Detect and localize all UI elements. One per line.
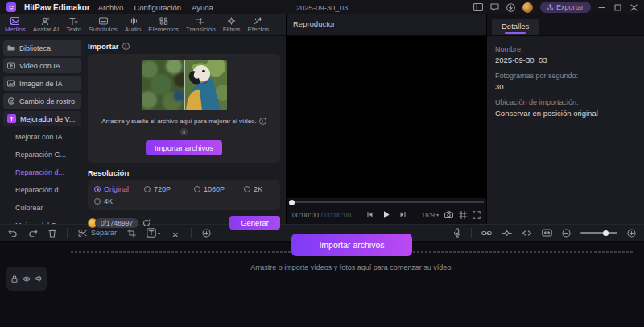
undo-icon[interactable]	[8, 229, 18, 237]
mute-track-icon[interactable]	[35, 275, 43, 282]
detail-label-nombre: Nombre:	[495, 45, 636, 53]
voiceover-mic-icon[interactable]	[453, 228, 461, 238]
sidebar-item-biblioteca[interactable]: Biblioteca	[3, 40, 81, 56]
detail-value-fps: 30	[495, 82, 636, 91]
folder-icon	[7, 44, 15, 52]
marker-icon[interactable]	[202, 229, 211, 238]
tab-avatar-ai[interactable]: Avatar AI	[31, 17, 60, 33]
download-icon[interactable]	[506, 3, 515, 12]
zoom-out-icon[interactable]	[562, 229, 571, 238]
zoom-in-icon[interactable]	[627, 229, 636, 238]
fullscreen-icon[interactable]	[473, 211, 481, 219]
crop-frame-icon[interactable]	[459, 211, 467, 219]
close-button[interactable]	[630, 4, 638, 11]
detail-label-ubicacion: Ubicación de importación:	[495, 98, 636, 106]
split-scissors-icon[interactable]	[78, 229, 87, 238]
tab-subtitulos[interactable]: Subtítulos	[87, 17, 119, 33]
layout-panels-icon[interactable]	[473, 3, 483, 11]
toggle-visibility-icon[interactable]	[23, 276, 31, 282]
detail-value-nombre: 2025-09-30_03	[495, 56, 636, 64]
sidebar-item-video-con-ia[interactable]: Video con IA.	[3, 58, 81, 73]
previous-frame-button[interactable]	[366, 211, 374, 218]
sidebar-item-cambio-de-rostro[interactable]: Cambio de rostro	[3, 93, 81, 109]
timeline-import-button[interactable]: Importar archivos	[291, 234, 411, 256]
mirror-flip-icon[interactable]	[522, 230, 532, 237]
tab-elementos[interactable]: Elementos	[147, 17, 180, 33]
ai-image-icon	[7, 80, 15, 87]
timeline-drop-zone[interactable]: Importar archivos Arrastre o importe víd…	[71, 251, 633, 253]
generate-button[interactable]: Generar	[229, 216, 280, 230]
tab-audio[interactable]: Audio	[123, 17, 142, 33]
menu-archivo[interactable]: Archivo	[98, 3, 124, 12]
subtitles-icon	[99, 17, 108, 25]
play-button[interactable]	[382, 210, 390, 219]
effects-icon	[254, 17, 262, 25]
lock-track-icon[interactable]	[11, 275, 18, 283]
sidebar-sub-mejora-del-c[interactable]: Mejora del C...	[3, 217, 81, 224]
split-label[interactable]: Separar	[91, 229, 117, 237]
media-panel: Medios Avatar AI Texto Subtítulos Audio …	[0, 14, 287, 224]
sidebar-sub-colorear[interactable]: Colorear	[3, 200, 81, 215]
main-area: Medios Avatar AI Texto Subtítulos Audio …	[0, 14, 644, 224]
tab-efectos[interactable]: Efectos	[246, 17, 270, 33]
keyframe-icon[interactable]	[502, 230, 512, 237]
link-icon[interactable]	[481, 230, 492, 237]
maximize-button[interactable]	[614, 4, 621, 11]
refresh-icon[interactable]	[142, 219, 151, 227]
drop-hint-text: Arrastre y suelte el archivo aquí para m…	[101, 118, 257, 125]
snapshot-camera-icon[interactable]	[444, 211, 453, 218]
tab-filtros[interactable]: Filtros	[221, 17, 242, 33]
delete-icon[interactable]	[48, 229, 56, 238]
radio-2k[interactable]: 2K	[244, 185, 262, 193]
drop-info-icon[interactable]: i	[259, 118, 266, 125]
tab-medios[interactable]: Medios	[3, 17, 27, 33]
fit-timeline-icon[interactable]	[542, 229, 552, 237]
zoom-slider-knob[interactable]	[603, 230, 609, 236]
radio-4k[interactable]: 4K	[94, 197, 144, 205]
feedback-bubble-icon[interactable]	[490, 3, 499, 11]
app-logo-icon	[6, 2, 16, 12]
redo-icon[interactable]	[28, 229, 38, 237]
info-icon[interactable]: i	[122, 43, 130, 50]
menu-ayuda[interactable]: Ayuda	[192, 3, 213, 12]
tab-detalles[interactable]: Detalles	[492, 19, 539, 35]
filters-icon	[227, 17, 236, 25]
timeline-zoom-slider[interactable]	[580, 232, 617, 234]
titlebar: HitPaw Edimakor Archivo Configuración Ay…	[0, 0, 644, 14]
import-files-button[interactable]: Importar archivos	[146, 140, 222, 155]
import-drop-area[interactable]: Arrastre y suelte el archivo aquí para m…	[88, 54, 280, 163]
menu-configuracion[interactable]: Configuración	[134, 3, 181, 12]
playhead-knob[interactable]	[289, 200, 295, 205]
menu-bar: Archivo Configuración Ayuda	[98, 3, 213, 12]
sidebar-sub-reparacion-d-2[interactable]: Reparación d...	[3, 182, 81, 197]
export-button[interactable]: Exportar	[540, 2, 591, 13]
seek-bar[interactable]	[287, 198, 486, 205]
radio-1080p[interactable]: 1080P	[194, 185, 244, 193]
delete-gaps-icon[interactable]	[171, 229, 180, 237]
sidebar-sub-reparacion-d-1[interactable]: Reparación d...	[3, 164, 81, 180]
player-panel: Reproductor 00:00:00 / 00:00:00 16:9▾	[287, 14, 487, 224]
video-preview[interactable]	[287, 36, 486, 198]
sidebar-sub-mejorar-con-ia[interactable]: Mejorar con IA	[3, 129, 81, 144]
radio-original[interactable]: Original	[94, 185, 144, 193]
media-tabs: Medios Avatar AI Texto Subtítulos Audio …	[0, 14, 286, 36]
track-controls	[6, 267, 47, 291]
text-tool-button[interactable]: ▾	[147, 228, 160, 238]
sidebar-item-mejorador-de-video[interactable]: Mejorador de V...	[3, 111, 81, 126]
minimize-button[interactable]	[598, 4, 605, 11]
user-avatar[interactable]	[522, 2, 533, 13]
import-section-title: Importar	[88, 42, 119, 51]
settings-dot-icon[interactable]: ●	[180, 128, 188, 135]
tab-transicion[interactable]: Transición	[184, 17, 217, 33]
tab-texto[interactable]: Texto	[64, 17, 83, 33]
next-frame-button[interactable]	[399, 211, 407, 218]
crop-icon[interactable]	[127, 229, 136, 238]
radio-720p[interactable]: 720P	[144, 185, 194, 193]
project-title: 2025-09-30_03	[296, 3, 348, 12]
sidebar-item-imagen-de-ia[interactable]: Imagen de IA	[3, 76, 81, 91]
avatar-icon	[41, 17, 50, 25]
face-swap-icon	[7, 97, 15, 105]
app-title: HitPaw Edimakor	[24, 3, 90, 12]
sidebar-sub-reparacion-g[interactable]: Reparación G...	[3, 147, 81, 162]
aspect-ratio-select[interactable]: 16:9▾	[421, 211, 439, 219]
